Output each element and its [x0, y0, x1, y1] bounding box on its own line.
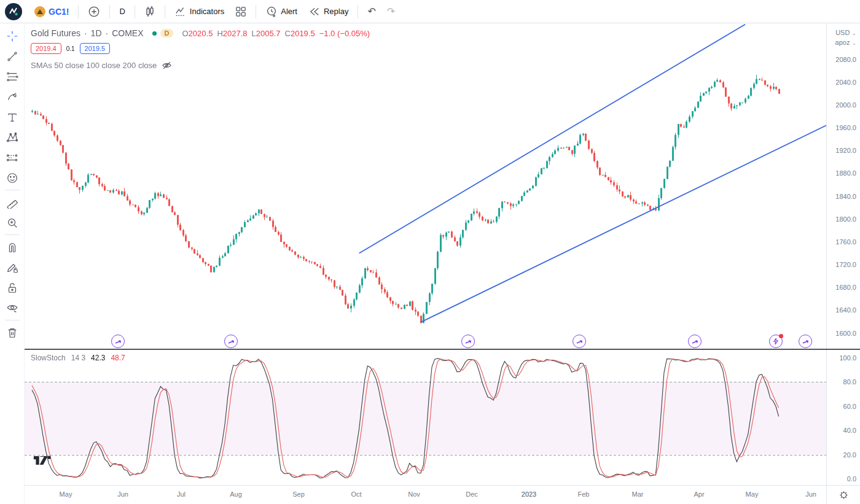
remove-drawings-button[interactable]: [2, 322, 23, 343]
trend-line-tool-button[interactable]: [2, 46, 23, 66]
toolbar-divider: [165, 5, 165, 18]
buy-button[interactable]: 2019.5: [80, 43, 111, 54]
brush-tool-button[interactable]: [2, 87, 23, 107]
zoom-in-icon: [6, 217, 18, 229]
interval-label[interactable]: 1D: [91, 28, 102, 38]
chart-style-button[interactable]: [139, 2, 160, 21]
sell-button[interactable]: 2019.4: [31, 43, 61, 54]
toolbar-divider: [358, 5, 358, 18]
jump-forward-marker-button[interactable]: [111, 335, 125, 348]
drawing-mode-button[interactable]: [2, 257, 23, 277]
price-tick: 2000.0: [835, 101, 856, 109]
jump-forward-marker-button[interactable]: [224, 335, 238, 348]
stoch-tick: 60.0: [843, 403, 856, 410]
timeframe-button[interactable]: D: [114, 2, 130, 21]
emoji-tool-button[interactable]: [2, 168, 23, 188]
compare-add-button[interactable]: [83, 2, 105, 21]
price-tick: 1640.0: [835, 306, 856, 314]
symbol-title[interactable]: Gold Futures: [31, 28, 80, 38]
undo-button[interactable]: ↶: [362, 2, 380, 21]
toolbar-divider: [78, 5, 79, 18]
chart-zone: Gold Futures · 1D · COMEX D O2020.5 H202…: [25, 23, 860, 504]
toolbar-divider: [256, 5, 256, 18]
price-axis[interactable]: USD ⌄ apoz ⌄ 2080.02040.02000.01960.0192…: [826, 23, 860, 349]
jump-forward-marker-button[interactable]: [688, 335, 702, 348]
hide-drawings-button[interactable]: [2, 298, 23, 318]
xabcd-pattern-icon: [6, 131, 18, 144]
magnet-icon: [6, 241, 18, 254]
measure-tool-button[interactable]: [2, 192, 23, 212]
zoom-in-tool-button[interactable]: [2, 212, 23, 233]
stoch-params: 14 3: [71, 354, 85, 362]
toolbar-divider: [5, 190, 20, 190]
close-value: 2019.5: [291, 29, 315, 38]
gear-icon[interactable]: [838, 490, 849, 500]
crosshair-tool-button[interactable]: [2, 26, 23, 46]
ruler-icon: [6, 196, 18, 209]
interval-badge[interactable]: D: [160, 29, 174, 37]
grid-layout-icon: [235, 6, 246, 17]
stoch-tick: 0.0: [847, 475, 856, 483]
flash-marker-button[interactable]: [769, 335, 783, 348]
time-tick-month: Jul: [177, 490, 186, 498]
candlestick-icon: [144, 6, 155, 18]
stochastic-axis[interactable]: 100.080.060.040.020.00.0: [826, 350, 860, 485]
axis-settings-corner: [826, 485, 860, 504]
fib-retracement-tool-button[interactable]: [2, 66, 23, 87]
time-tick-month: Dec: [466, 490, 478, 498]
sma-indicator-row[interactable]: SMAs 50 close 100 close 200 close: [31, 60, 370, 71]
text-tool-button[interactable]: [2, 107, 23, 127]
indicators-button[interactable]: Indicators: [170, 2, 229, 21]
time-tick-year: 2023: [522, 490, 536, 498]
stoch-tick: 20.0: [843, 451, 856, 459]
toolbar-divider: [109, 5, 110, 18]
open-value: 2020.5: [189, 29, 213, 38]
legend-separator: ·: [84, 28, 87, 38]
jump-forward-marker-button[interactable]: [573, 335, 586, 348]
arrow-forward-icon: [802, 338, 810, 346]
stoch-k-value: 42.3: [91, 354, 105, 362]
arrow-forward-icon: [464, 338, 472, 346]
main-chart-pane[interactable]: Gold Futures · 1D · COMEX D O2020.5 H202…: [25, 23, 826, 349]
high-value: 2027.8: [223, 29, 248, 38]
price-axis-unit[interactable]: USD ⌄ apoz ⌄: [835, 28, 856, 48]
arrow-forward-icon: [114, 338, 122, 346]
arrow-forward-icon: [691, 338, 699, 346]
currency-label: USD: [835, 29, 850, 36]
market-open-dot: [152, 31, 157, 36]
price-tick: 1600.0: [835, 330, 856, 337]
jump-forward-marker-button[interactable]: [799, 335, 812, 348]
replay-button[interactable]: Replay: [303, 2, 353, 21]
alert-button[interactable]: Alert: [260, 2, 302, 21]
time-axis[interactable]: MayJunJulAugSepOctNovDec2023FebMarAprMay…: [25, 485, 826, 504]
eye-icon: [6, 302, 18, 314]
trend-line-icon: [6, 50, 18, 63]
xabcd-pattern-tool-button[interactable]: [2, 127, 23, 147]
forecast-tool-button[interactable]: [2, 147, 23, 168]
time-tick-month: Sep: [292, 490, 305, 498]
time-tick-month: May: [746, 490, 759, 498]
forecast-icon: [6, 152, 18, 164]
stochastic-chart-canvas[interactable]: [25, 350, 826, 485]
exchange-label[interactable]: COMEX: [112, 28, 143, 38]
symbol-search-button[interactable]: GC1!: [29, 2, 74, 21]
text-icon: [6, 111, 18, 123]
price-tick: 2080.0: [835, 56, 856, 63]
stochastic-pane[interactable]: SlowStoch 14 3 42.3 48.7: [25, 350, 826, 485]
candlestick-chart-canvas[interactable]: [25, 23, 826, 349]
jump-forward-marker-button[interactable]: [461, 335, 475, 348]
fib-retracement-icon: [6, 71, 18, 83]
lock-icon: [6, 282, 18, 294]
price-tick: 2040.0: [835, 79, 856, 86]
pencil-lock-icon: [6, 262, 18, 274]
redo-button[interactable]: ↷: [382, 2, 400, 21]
magnet-mode-button[interactable]: [2, 237, 23, 257]
lock-drawings-button[interactable]: [2, 277, 23, 298]
stoch-name[interactable]: SlowStoch: [31, 354, 66, 362]
layout-grid-button[interactable]: [230, 2, 251, 21]
stoch-tick: 100.0: [839, 354, 856, 362]
chart-legend: Gold Futures · 1D · COMEX D O2020.5 H202…: [31, 28, 370, 71]
eye-off-icon[interactable]: [162, 60, 172, 71]
spread-value: 0.1: [66, 45, 75, 52]
tradingview-logo-icon[interactable]: [5, 3, 22, 20]
